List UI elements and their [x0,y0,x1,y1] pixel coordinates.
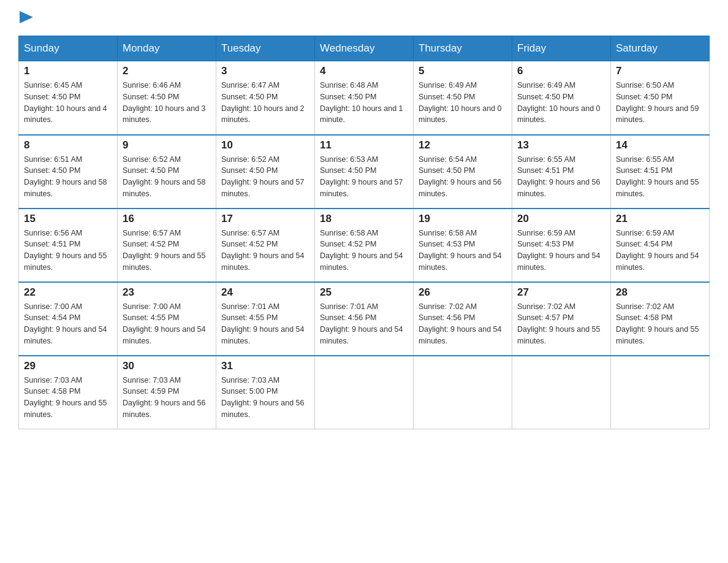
svg-marker-0 [20,11,33,23]
calendar-week-row: 15Sunrise: 6:56 AMSunset: 4:51 PMDayligh… [19,209,710,282]
day-number: 22 [24,286,112,299]
table-row: 1Sunrise: 6:45 AMSunset: 4:50 PMDaylight… [19,61,118,135]
page-header [18,12,710,23]
day-number: 23 [123,286,211,299]
table-row: 24Sunrise: 7:01 AMSunset: 4:55 PMDayligh… [216,282,315,356]
day-number: 29 [24,360,112,372]
table-row: 26Sunrise: 7:02 AMSunset: 4:56 PMDayligh… [414,282,512,356]
day-number: 4 [320,65,408,77]
day-number: 5 [419,65,507,77]
day-info: Sunrise: 6:56 AMSunset: 4:51 PMDaylight:… [24,228,112,274]
table-row: 5Sunrise: 6:49 AMSunset: 4:50 PMDaylight… [414,61,512,135]
day-info: Sunrise: 7:03 AMSunset: 5:00 PMDaylight:… [221,375,309,421]
day-info: Sunrise: 6:52 AMSunset: 4:50 PMDaylight:… [221,154,309,200]
table-row: 16Sunrise: 6:57 AMSunset: 4:52 PMDayligh… [118,209,216,282]
table-row [315,356,414,429]
table-row: 13Sunrise: 6:55 AMSunset: 4:51 PMDayligh… [512,135,611,209]
day-number: 13 [517,139,605,151]
col-thursday: Thursday [414,36,512,61]
day-info: Sunrise: 6:59 AMSunset: 4:54 PMDaylight:… [616,228,704,274]
day-info: Sunrise: 6:52 AMSunset: 4:50 PMDaylight:… [123,154,211,200]
calendar-header-row: Sunday Monday Tuesday Wednesday Thursday… [19,36,710,61]
calendar-table: Sunday Monday Tuesday Wednesday Thursday… [18,36,710,429]
table-row: 29Sunrise: 7:03 AMSunset: 4:58 PMDayligh… [19,356,118,429]
day-info: Sunrise: 6:49 AMSunset: 4:50 PMDaylight:… [419,80,507,126]
day-number: 28 [616,286,704,299]
day-info: Sunrise: 7:01 AMSunset: 4:56 PMDaylight:… [320,301,408,347]
day-info: Sunrise: 7:00 AMSunset: 4:54 PMDaylight:… [24,301,112,347]
table-row: 14Sunrise: 6:55 AMSunset: 4:51 PMDayligh… [611,135,710,209]
day-info: Sunrise: 6:46 AMSunset: 4:50 PMDaylight:… [123,80,211,126]
day-info: Sunrise: 7:02 AMSunset: 4:58 PMDaylight:… [616,301,704,347]
day-info: Sunrise: 6:57 AMSunset: 4:52 PMDaylight:… [123,228,211,274]
col-tuesday: Tuesday [216,36,315,61]
col-wednesday: Wednesday [315,36,414,61]
table-row: 20Sunrise: 6:59 AMSunset: 4:53 PMDayligh… [512,209,611,282]
calendar-week-row: 8Sunrise: 6:51 AMSunset: 4:50 PMDaylight… [19,135,710,209]
day-info: Sunrise: 6:59 AMSunset: 4:53 PMDaylight:… [517,228,605,274]
day-number: 30 [123,360,211,372]
logo-arrow-icon [20,11,33,23]
day-info: Sunrise: 6:58 AMSunset: 4:52 PMDaylight:… [320,228,408,274]
table-row: 8Sunrise: 6:51 AMSunset: 4:50 PMDaylight… [19,135,118,209]
day-info: Sunrise: 6:49 AMSunset: 4:50 PMDaylight:… [517,80,605,126]
table-row: 18Sunrise: 6:58 AMSunset: 4:52 PMDayligh… [315,209,414,282]
day-number: 19 [419,213,507,225]
day-info: Sunrise: 7:02 AMSunset: 4:57 PMDaylight:… [517,301,605,347]
day-number: 1 [24,65,112,77]
table-row: 25Sunrise: 7:01 AMSunset: 4:56 PMDayligh… [315,282,414,356]
day-number: 6 [517,65,605,77]
table-row: 3Sunrise: 6:47 AMSunset: 4:50 PMDaylight… [216,61,315,135]
col-friday: Friday [512,36,611,61]
day-number: 7 [616,65,704,77]
day-number: 8 [24,139,112,151]
table-row: 22Sunrise: 7:00 AMSunset: 4:54 PMDayligh… [19,282,118,356]
table-row [611,356,710,429]
day-number: 16 [123,213,211,225]
day-info: Sunrise: 6:55 AMSunset: 4:51 PMDaylight:… [517,154,605,200]
table-row: 12Sunrise: 6:54 AMSunset: 4:50 PMDayligh… [414,135,512,209]
table-row: 21Sunrise: 6:59 AMSunset: 4:54 PMDayligh… [611,209,710,282]
day-info: Sunrise: 6:58 AMSunset: 4:53 PMDaylight:… [419,228,507,274]
day-number: 2 [123,65,211,77]
table-row: 19Sunrise: 6:58 AMSunset: 4:53 PMDayligh… [414,209,512,282]
col-monday: Monday [118,36,216,61]
table-row: 11Sunrise: 6:53 AMSunset: 4:50 PMDayligh… [315,135,414,209]
day-number: 10 [221,139,309,151]
day-number: 12 [419,139,507,151]
day-info: Sunrise: 6:54 AMSunset: 4:50 PMDaylight:… [419,154,507,200]
day-number: 31 [221,360,309,372]
day-number: 18 [320,213,408,225]
table-row: 9Sunrise: 6:52 AMSunset: 4:50 PMDaylight… [118,135,216,209]
calendar-week-row: 1Sunrise: 6:45 AMSunset: 4:50 PMDaylight… [19,61,710,135]
table-row [414,356,512,429]
day-info: Sunrise: 7:01 AMSunset: 4:55 PMDaylight:… [221,301,309,347]
day-number: 26 [419,286,507,299]
col-saturday: Saturday [611,36,710,61]
calendar-week-row: 29Sunrise: 7:03 AMSunset: 4:58 PMDayligh… [19,356,710,429]
table-row: 7Sunrise: 6:50 AMSunset: 4:50 PMDaylight… [611,61,710,135]
day-number: 11 [320,139,408,151]
day-info: Sunrise: 7:02 AMSunset: 4:56 PMDaylight:… [419,301,507,347]
day-info: Sunrise: 7:03 AMSunset: 4:58 PMDaylight:… [24,375,112,421]
day-number: 3 [221,65,309,77]
table-row: 15Sunrise: 6:56 AMSunset: 4:51 PMDayligh… [19,209,118,282]
day-number: 24 [221,286,309,299]
day-number: 21 [616,213,704,225]
table-row: 31Sunrise: 7:03 AMSunset: 5:00 PMDayligh… [216,356,315,429]
day-info: Sunrise: 7:00 AMSunset: 4:55 PMDaylight:… [123,301,211,347]
table-row: 17Sunrise: 6:57 AMSunset: 4:52 PMDayligh… [216,209,315,282]
day-info: Sunrise: 6:53 AMSunset: 4:50 PMDaylight:… [320,154,408,200]
day-number: 17 [221,213,309,225]
table-row: 27Sunrise: 7:02 AMSunset: 4:57 PMDayligh… [512,282,611,356]
logo [18,12,33,23]
day-info: Sunrise: 6:55 AMSunset: 4:51 PMDaylight:… [616,154,704,200]
table-row: 30Sunrise: 7:03 AMSunset: 4:59 PMDayligh… [118,356,216,429]
day-info: Sunrise: 6:57 AMSunset: 4:52 PMDaylight:… [221,228,309,274]
calendar-week-row: 22Sunrise: 7:00 AMSunset: 4:54 PMDayligh… [19,282,710,356]
table-row [512,356,611,429]
table-row: 28Sunrise: 7:02 AMSunset: 4:58 PMDayligh… [611,282,710,356]
day-number: 20 [517,213,605,225]
day-number: 14 [616,139,704,151]
day-info: Sunrise: 7:03 AMSunset: 4:59 PMDaylight:… [123,375,211,421]
